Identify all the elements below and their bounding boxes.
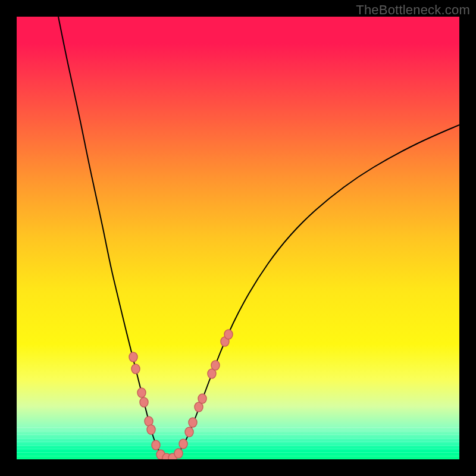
marker-dot: [131, 364, 140, 374]
marker-dot: [147, 425, 155, 434]
highlight-markers: [129, 330, 233, 459]
marker-dot: [189, 418, 197, 427]
marker-dot: [198, 394, 206, 403]
marker-dot: [129, 352, 137, 362]
watermark-text: TheBottleneck.com: [356, 2, 470, 18]
left-curve: [58, 17, 169, 459]
marker-dot: [211, 361, 220, 370]
marker-dot: [185, 427, 193, 437]
marker-dot: [179, 439, 187, 449]
marker-dot: [174, 449, 183, 458]
marker-dot: [137, 388, 146, 397]
marker-dot: [152, 440, 160, 450]
plot-area: [17, 17, 459, 459]
marker-dot: [224, 330, 233, 339]
right-curve: [169, 125, 459, 459]
chart-svg: [17, 17, 459, 459]
marker-dot: [140, 397, 148, 407]
outer-frame: TheBottleneck.com: [0, 0, 476, 476]
